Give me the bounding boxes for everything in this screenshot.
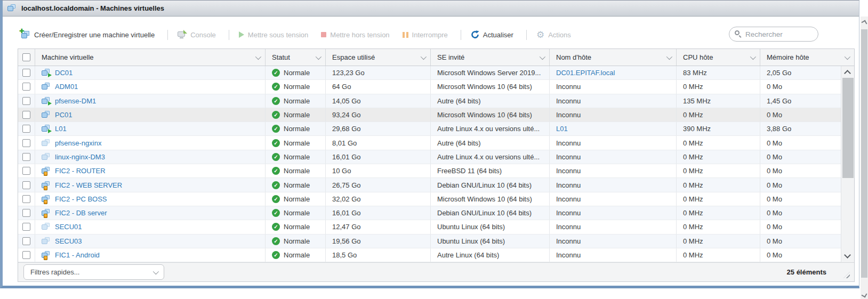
scroll-down-arrow-icon[interactable] — [844, 252, 851, 258]
chevron-down-icon[interactable] — [845, 53, 850, 59]
row-checkbox[interactable] — [22, 97, 30, 105]
table-row[interactable]: ADM01 ✓ Normale 64 Go Microsoft Windows … — [18, 80, 841, 94]
guest-os-value: Microsoft Windows 10 (64 bits) — [437, 111, 532, 119]
vm-name-link[interactable]: FIC2 - WEB SERVER — [55, 181, 122, 189]
resize-grip[interactable] — [843, 272, 850, 278]
row-checkbox[interactable] — [22, 181, 30, 189]
vm-icon — [42, 195, 51, 203]
vm-name-link[interactable]: ADM01 — [55, 83, 78, 91]
actions-label: Actions — [548, 31, 571, 39]
row-checkbox[interactable] — [22, 195, 30, 203]
chevron-down-icon[interactable] — [316, 53, 322, 59]
vm-icon — [42, 111, 51, 119]
table-row[interactable]: FIC2 - DB server ✓ Normale 16,01 Go Debi… — [18, 206, 841, 220]
create-vm-button[interactable]: ✚ Créer/Enregistrer une machine virtuell… — [20, 30, 155, 39]
column-header-nom-hote[interactable]: Nom d'hôte — [550, 49, 677, 66]
vm-name-link[interactable]: FIC2 - ROUTER — [55, 167, 106, 175]
page-scroll-up-icon[interactable] — [862, 20, 867, 26]
page-scrollbar — [861, 17, 868, 299]
console-button[interactable]: Console — [178, 31, 216, 39]
vm-name-link[interactable]: FIC1 - Android — [55, 251, 100, 259]
guest-os-value: Ubuntu Linux (64 bits) — [437, 237, 505, 245]
status-label: Normale — [284, 139, 310, 147]
page-scrollbar-thumb[interactable] — [861, 29, 867, 278]
suspend-button[interactable]: Interrompre — [403, 31, 448, 39]
vm-name-link[interactable]: pfsense-ngxinx — [55, 139, 101, 147]
hostname-value[interactable]: DC01.EPITAF.local — [556, 69, 615, 77]
host-cpu-value: 0 MHz — [683, 195, 703, 203]
table-row[interactable]: FIC2 - WEB SERVER ✓ Normale 26,75 Go Deb… — [18, 178, 841, 192]
chevron-down-icon[interactable] — [421, 53, 427, 59]
row-checkbox[interactable] — [22, 167, 30, 175]
column-header-espace-utilise[interactable]: Espace utilisé — [326, 49, 431, 66]
page-scroll-down-icon[interactable] — [862, 292, 867, 298]
vm-name-link[interactable]: pfsense-DM1 — [55, 97, 96, 105]
row-checkbox[interactable] — [22, 153, 30, 161]
row-checkbox[interactable] — [22, 237, 30, 245]
vm-name-link[interactable]: L01 — [55, 125, 67, 133]
status-label: Normale — [284, 195, 310, 203]
status-label: Normale — [284, 97, 310, 105]
table-row[interactable]: FIC2 - PC BOSS ✓ Normale 32,02 Go Micros… — [18, 192, 841, 206]
row-checkbox[interactable] — [22, 251, 30, 259]
vm-name-link[interactable]: DC01 — [55, 69, 73, 77]
chevron-down-icon[interactable] — [255, 53, 261, 59]
row-checkbox[interactable] — [22, 69, 30, 77]
table-row[interactable]: SECU03 ✓ Normale 19,56 Go Ubuntu Linux (… — [18, 235, 841, 248]
vm-name-link[interactable]: SECU01 — [55, 223, 82, 231]
create-vm-label: Créer/Enregistrer une machine virtuelle — [34, 31, 155, 39]
chevron-down-icon[interactable] — [666, 53, 672, 59]
table-row[interactable]: SECU01 ✓ Normale 12,47 Go Ubuntu Linux (… — [18, 220, 841, 234]
row-checkbox[interactable] — [22, 139, 30, 147]
row-checkbox[interactable] — [22, 209, 30, 217]
table-row[interactable]: L01 ✓ Normale 29,68 Go Autre Linux 4.x o… — [18, 122, 841, 136]
chevron-down-icon[interactable] — [540, 53, 545, 59]
table-row[interactable]: FIC2 - ROUTER ✓ Normale 10 Go FreeBSD 11… — [18, 164, 841, 178]
space-used-value: 26,75 Go — [332, 181, 361, 189]
status-label: Normale — [284, 251, 310, 259]
select-all-checkbox[interactable] — [22, 53, 30, 61]
vm-name-link[interactable]: SECU03 — [55, 237, 82, 245]
actions-button[interactable]: ⚙ Actions — [536, 30, 571, 39]
toolbar-separator — [229, 30, 229, 40]
quick-filters-select[interactable]: Filtres rapides... — [23, 264, 164, 280]
column-header-statut[interactable]: Statut — [266, 49, 326, 66]
scrollbar-thumb[interactable] — [842, 78, 854, 178]
table-row[interactable]: FIC1 - Android ✓ Normale 18,5 Go Autre L… — [18, 248, 841, 262]
vm-name-link[interactable]: FIC2 - DB server — [55, 209, 107, 217]
scroll-up-arrow-icon[interactable] — [844, 70, 851, 77]
refresh-button[interactable]: Actualiser — [471, 30, 513, 39]
row-checkbox[interactable] — [22, 111, 30, 119]
table-row[interactable]: pfsense-DM1 ✓ Normale 14,05 Go Autre (64… — [18, 94, 841, 108]
column-header-machine-virtuelle[interactable]: Machine virtuelle — [35, 49, 266, 66]
chevron-down-icon[interactable] — [750, 53, 756, 59]
guest-os-value: Autre (64 bits) — [437, 139, 481, 147]
row-checkbox[interactable] — [22, 223, 30, 231]
hostname-value: Inconnu — [556, 223, 581, 231]
column-header-se-invite[interactable]: SE invité — [431, 49, 550, 66]
vm-name-link[interactable]: FIC2 - PC BOSS — [55, 195, 107, 203]
vm-icon — [42, 223, 51, 231]
search-box — [729, 27, 818, 42]
table-row[interactable]: pfsense-ngxinx ✓ Normale 8,01 Go Autre (… — [18, 136, 841, 150]
table-row[interactable]: DC01 ✓ Normale 123,23 Go Microsoft Windo… — [18, 66, 841, 80]
column-header-memoire-hote[interactable]: Mémoire hôte — [760, 49, 854, 66]
guest-os-value: Autre (64 bits) — [437, 97, 481, 105]
table-row[interactable]: linux-nginx-DM3 ✓ Normale 16,01 Go Autre… — [18, 150, 841, 164]
vm-name-link[interactable]: linux-nginx-DM3 — [55, 153, 105, 161]
column-header-cpu-hote[interactable]: CPU hôte — [677, 49, 760, 66]
host-memory-value: 1,45 Go — [767, 97, 791, 105]
row-checkbox[interactable] — [22, 125, 30, 133]
host-cpu-value: 0 MHz — [683, 153, 703, 161]
host-cpu-value: 390 MHz — [683, 125, 711, 133]
vm-name-link[interactable]: PC01 — [55, 111, 73, 119]
row-checkbox[interactable] — [22, 83, 30, 91]
items-count: 25 éléments — [787, 268, 826, 276]
power-off-button[interactable]: Mettre hors tension — [321, 31, 389, 39]
search-input[interactable] — [745, 30, 809, 38]
hostname-value[interactable]: L01 — [556, 125, 568, 133]
power-on-button[interactable]: Mettre sous tension — [239, 31, 308, 39]
table-row[interactable]: PC01 ✓ Normale 93,24 Go Microsoft Window… — [18, 108, 841, 122]
hostname-value: Inconnu — [556, 209, 581, 217]
vm-icon — [42, 209, 51, 217]
